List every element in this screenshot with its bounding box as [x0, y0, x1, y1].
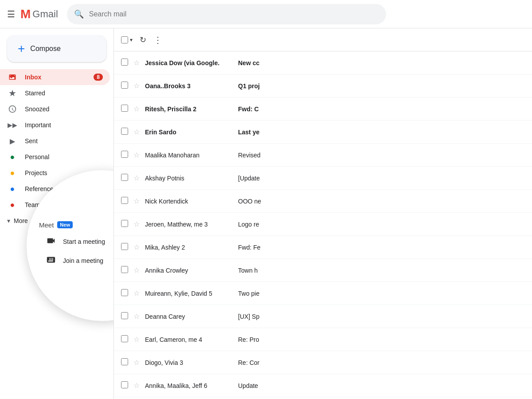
row-checkbox-wrapper[interactable] [121, 151, 130, 159]
compose-button[interactable]: + Compose [7, 35, 106, 62]
email-subject: Re: Cor [238, 359, 525, 366]
join-meeting-label: Join a meeting [63, 257, 103, 264]
menu-icon[interactable]: ☰ [7, 9, 15, 20]
email-row[interactable]: ☆ Mika, Ashley 2 Fwd: Fe [114, 236, 532, 259]
row-checkbox-wrapper[interactable] [121, 335, 130, 344]
sidebar-item-inbox[interactable]: Inbox 8 [0, 69, 110, 85]
row-checkbox[interactable] [121, 335, 128, 342]
row-checkbox[interactable] [121, 243, 128, 250]
row-checkbox-wrapper[interactable] [121, 59, 130, 67]
email-row[interactable]: ☆ Deanna Carey [UX] Sp [114, 305, 532, 328]
email-sender: Jessica Dow (via Google. [145, 59, 238, 66]
email-toolbar: ▾ ↻ ⋮ [114, 28, 532, 51]
star-icon[interactable]: ☆ [133, 105, 140, 113]
star-icon[interactable]: ☆ [133, 266, 140, 274]
row-checkbox[interactable] [121, 82, 128, 89]
email-row[interactable]: ☆ Akshay Potnis [Update [114, 167, 532, 190]
email-row[interactable]: ☆ Erin Sardo Last ye [114, 121, 532, 144]
email-row[interactable]: ☆ Fabio, Tom, me 3 Referra [114, 397, 532, 399]
row-checkbox-wrapper[interactable] [121, 197, 130, 205]
row-checkbox[interactable] [121, 381, 128, 388]
sidebar-item-snoozed[interactable]: Snoozed [0, 101, 110, 117]
email-row[interactable]: ☆ Jessica Dow (via Google. New cc [114, 51, 532, 74]
email-subject: New cc [238, 59, 525, 66]
sidebar-item-important[interactable]: ▶▶ Important [0, 117, 110, 133]
email-row[interactable]: ☆ Annika Crowley Town h [114, 259, 532, 282]
important-icon: ▶▶ [7, 121, 18, 129]
select-all-checkbox[interactable] [121, 36, 128, 43]
start-meeting-button[interactable]: Start a meeting [35, 232, 113, 251]
row-checkbox[interactable] [121, 197, 128, 204]
star-icon[interactable]: ☆ [133, 289, 140, 297]
refresh-icon[interactable]: ↻ [140, 35, 146, 45]
star-icon[interactable]: ☆ [133, 335, 140, 344]
star-icon[interactable]: ☆ [133, 220, 140, 228]
row-checkbox-wrapper[interactable] [121, 312, 130, 321]
row-checkbox-wrapper[interactable] [121, 220, 130, 228]
email-subject: Last ye [238, 129, 525, 136]
select-all-wrapper[interactable]: ▾ [121, 36, 133, 43]
inbox-label: Inbox [25, 74, 94, 81]
row-checkbox[interactable] [121, 312, 128, 319]
star-icon[interactable]: ☆ [133, 358, 140, 367]
email-sender: Deanna Carey [145, 313, 238, 320]
row-checkbox-wrapper[interactable] [121, 243, 130, 251]
email-row[interactable]: ☆ Jeroen, Matthew, me 3 Logo re [114, 213, 532, 236]
email-row[interactable]: ☆ Diogo, Vivia 3 Re: Cor [114, 351, 532, 374]
email-sender: Earl, Cameron, me 4 [145, 336, 238, 343]
row-checkbox-wrapper[interactable] [121, 174, 130, 182]
row-checkbox[interactable] [121, 266, 128, 273]
sidebar-item-personal[interactable]: ● Personal [0, 149, 110, 165]
row-checkbox[interactable] [121, 358, 128, 365]
join-meeting-button[interactable]: Join a meeting [35, 251, 113, 270]
sidebar-item-starred[interactable]: ★ Starred [0, 85, 110, 101]
email-row[interactable]: ☆ Nick Kortendick OOO ne [114, 190, 532, 213]
email-subject: [UX] Sp [238, 313, 525, 320]
star-icon[interactable]: ☆ [133, 82, 140, 90]
star-icon[interactable]: ☆ [133, 197, 140, 205]
starred-label: Starred [25, 90, 103, 97]
email-row[interactable]: ☆ Oana..Brooks 3 Q1 proj [114, 74, 532, 98]
row-checkbox-wrapper[interactable] [121, 289, 130, 297]
email-row[interactable]: ☆ Muireann, Kylie, David 5 Two pie [114, 282, 532, 305]
star-icon[interactable]: ☆ [133, 128, 140, 136]
sidebar-item-sent[interactable]: ▶ Sent [0, 133, 110, 149]
inbox-badge: 8 [94, 74, 103, 81]
personal-icon: ● [7, 153, 18, 162]
row-checkbox-wrapper[interactable] [121, 128, 130, 136]
email-subject: Fwd: Fe [238, 244, 525, 251]
email-row[interactable]: ☆ Ritesh, Priscilla 2 Fwd: C [114, 98, 532, 121]
email-row[interactable]: ☆ Annika, Maalika, Jeff 6 Update [114, 374, 532, 397]
email-subject: Q1 proj [238, 82, 525, 90]
sent-icon: ▶ [7, 137, 18, 145]
row-checkbox[interactable] [121, 289, 128, 296]
row-checkbox-wrapper[interactable] [121, 82, 130, 90]
star-icon[interactable]: ☆ [133, 151, 140, 159]
row-checkbox-wrapper[interactable] [121, 381, 130, 390]
star-icon[interactable]: ☆ [133, 174, 140, 182]
row-checkbox[interactable] [121, 105, 128, 112]
gmail-text: Gmail [32, 8, 58, 20]
keyboard-icon [46, 255, 56, 267]
row-checkbox-wrapper[interactable] [121, 358, 130, 367]
star-icon[interactable]: ☆ [133, 59, 140, 67]
email-row[interactable]: ☆ Earl, Cameron, me 4 Re: Pro [114, 328, 532, 351]
select-chevron-icon[interactable]: ▾ [130, 37, 133, 43]
email-row[interactable]: ☆ Maalika Manoharan Revised [114, 144, 532, 167]
star-icon[interactable]: ☆ [133, 312, 140, 321]
row-checkbox[interactable] [121, 220, 128, 227]
row-checkbox-wrapper[interactable] [121, 266, 130, 274]
row-checkbox[interactable] [121, 174, 128, 181]
team-icon: ● [7, 200, 18, 210]
star-icon[interactable]: ☆ [133, 243, 140, 251]
star-icon[interactable]: ☆ [133, 381, 140, 390]
row-checkbox[interactable] [121, 59, 128, 66]
search-bar[interactable]: 🔍 [67, 4, 386, 24]
row-checkbox-wrapper[interactable] [121, 105, 130, 113]
email-subject: Town h [238, 267, 525, 274]
email-sender: Annika, Maalika, Jeff 6 [145, 382, 238, 389]
search-input[interactable] [89, 10, 379, 18]
row-checkbox[interactable] [121, 151, 128, 158]
toolbar-more-icon[interactable]: ⋮ [153, 35, 162, 45]
row-checkbox[interactable] [121, 128, 128, 135]
